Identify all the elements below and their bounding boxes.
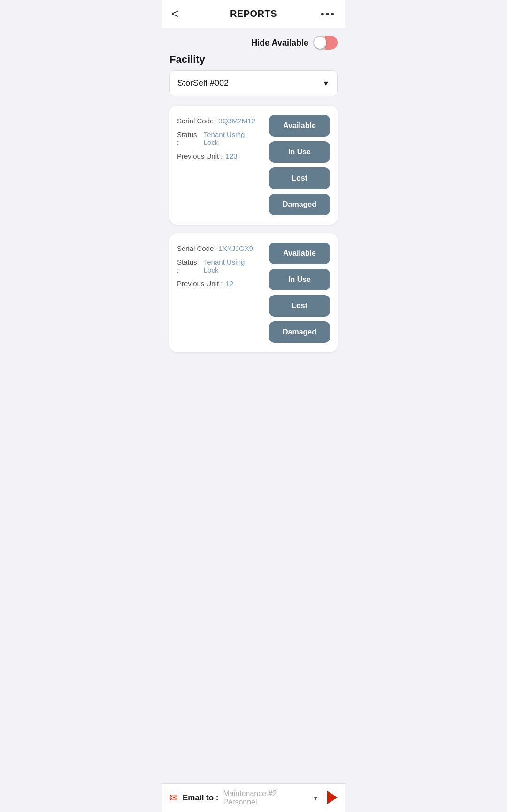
content-area: Hide Available Facility StorSelf #002 ▼ … [162,28,345,398]
status-value-2: Tenant Using Lock [204,258,261,274]
email-dropdown-arrow-icon: ▼ [312,794,319,802]
in-use-button-1[interactable]: In Use [269,141,330,163]
previous-unit-label-2: Previous Unit : [177,280,223,288]
status-row-2: Status :Tenant Using Lock [177,258,261,274]
serial-code-label-2: Serial Code: [177,244,216,252]
email-icon: ✉ [169,792,178,804]
email-recipient-selector[interactable]: Maintenance #2 Personnel ▼ [223,789,319,806]
previous-unit-row-2: Previous Unit :12 [177,280,261,288]
lost-button-1[interactable]: Lost [269,167,330,189]
facility-selected-value: StorSelf #002 [177,78,229,88]
previous-unit-row-1: Previous Unit :123 [177,152,261,160]
lock-card-1: Serial Code:3Q3M2M12Status :Tenant Using… [169,106,338,225]
previous-unit-value-1: 123 [226,152,238,160]
lock-buttons-1: AvailableIn UseLostDamaged [269,115,330,215]
lock-buttons-2: AvailableIn UseLostDamaged [269,243,330,343]
available-button-2[interactable]: Available [269,243,330,264]
hide-available-toggle[interactable] [313,36,338,50]
page-title: REPORTS [230,8,277,19]
facility-dropdown-arrow-icon: ▼ [322,79,330,88]
back-button[interactable]: < [171,7,190,21]
hide-available-row: Hide Available [169,36,338,50]
facility-label: Facility [169,53,338,66]
previous-unit-value-2: 12 [226,280,234,288]
lost-button-2[interactable]: Lost [269,295,330,317]
in-use-button-2[interactable]: In Use [269,269,330,290]
footer-bar: ✉ Email to : Maintenance #2 Personnel ▼ [162,783,345,812]
toggle-knob [314,37,326,49]
more-button[interactable]: ••• [317,8,336,20]
serial-code-row-2: Serial Code:1XXJJGX9 [177,244,261,252]
email-recipient-placeholder: Maintenance #2 Personnel [223,789,313,806]
serial-code-row-1: Serial Code:3Q3M2M12 [177,117,261,125]
status-label-1: Status : [177,130,201,146]
send-email-button[interactable] [323,791,338,805]
available-button-1[interactable]: Available [269,115,330,137]
hide-available-label: Hide Available [251,38,308,48]
lock-card-2: Serial Code:1XXJJGX9Status :Tenant Using… [169,233,338,352]
header: < REPORTS ••• [162,0,345,28]
lock-cards-container: Serial Code:3Q3M2M12Status :Tenant Using… [169,106,338,352]
send-arrow-icon [327,791,338,804]
damaged-button-2[interactable]: Damaged [269,321,330,343]
lock-info-1: Serial Code:3Q3M2M12Status :Tenant Using… [177,115,261,215]
status-label-2: Status : [177,258,201,274]
facility-selector[interactable]: StorSelf #002 ▼ [169,70,338,96]
status-value-1: Tenant Using Lock [204,130,261,146]
status-row-1: Status :Tenant Using Lock [177,130,261,146]
serial-code-label-1: Serial Code: [177,117,216,125]
damaged-button-1[interactable]: Damaged [269,194,330,215]
email-to-label: Email to : [183,793,219,803]
serial-code-value-1: 3Q3M2M12 [219,117,255,125]
serial-code-value-2: 1XXJJGX9 [219,244,253,252]
lock-info-2: Serial Code:1XXJJGX9Status :Tenant Using… [177,243,261,343]
previous-unit-label-1: Previous Unit : [177,152,223,160]
